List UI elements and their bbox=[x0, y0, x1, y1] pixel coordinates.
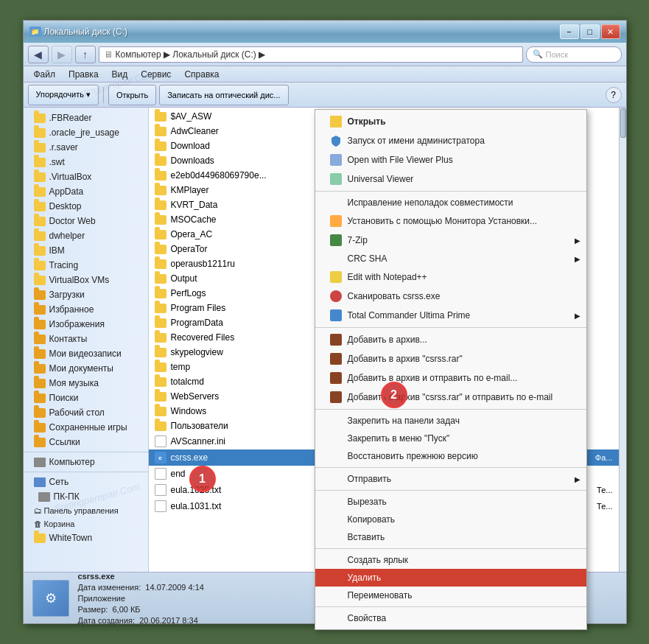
sidebar-item-computer[interactable]: Компьютер bbox=[24, 455, 148, 469]
sidebar-item[interactable]: Desktop bbox=[24, 199, 148, 214]
folder-icon bbox=[155, 215, 166, 225]
ctx-notepad[interactable]: Edit with Notepad++ bbox=[315, 267, 586, 287]
back-button[interactable]: ◀ bbox=[28, 46, 49, 63]
sidebar-item[interactable]: Загрузки bbox=[24, 287, 148, 302]
folder-icon bbox=[155, 171, 166, 181]
sidebar-label: Сохраненные игры bbox=[49, 422, 127, 433]
ctx-create-shortcut[interactable]: Создать ярлык bbox=[315, 551, 586, 569]
ctx-separator bbox=[315, 467, 586, 468]
sidebar-item[interactable]: .FBReader bbox=[24, 111, 148, 125]
ctx-label: Edit with Notepad++ bbox=[348, 272, 427, 282]
ctx-compat[interactable]: Исправление неполадок совместимости bbox=[315, 194, 586, 211]
ctx-pin-taskbar[interactable]: Закрепить на панели задач bbox=[315, 412, 586, 430]
folder-icon bbox=[34, 202, 46, 211]
date-modified-label: Дата изменения: bbox=[78, 583, 141, 592]
menu-tools[interactable]: Сервис bbox=[135, 68, 177, 81]
sidebar-item[interactable]: Моя музыка bbox=[24, 376, 148, 391]
ctx-add-rar[interactable]: Добавить в архив "csrss.rar" bbox=[315, 349, 586, 368]
sidebar-item[interactable]: Сохраненные игры bbox=[24, 420, 148, 435]
burn-button[interactable]: Записать на оптический дис... bbox=[159, 85, 288, 105]
exe-icon: e bbox=[155, 452, 166, 463]
ctx-universal-viewer[interactable]: Universal Viewer bbox=[315, 169, 586, 189]
sidebar-item[interactable]: Избранное bbox=[24, 302, 148, 317]
ctx-separator bbox=[315, 606, 586, 607]
ctx-add-rar-email[interactable]: Добавить в архив "csrss.rar" и отправить… bbox=[315, 388, 586, 407]
ctx-send-to[interactable]: Отправить ▶ bbox=[315, 470, 586, 488]
ctx-properties[interactable]: Свойства bbox=[315, 609, 586, 627]
sidebar-item[interactable]: Поиски bbox=[24, 391, 148, 405]
maximize-button[interactable]: □ bbox=[580, 24, 600, 39]
sidebar-item[interactable]: .swt bbox=[24, 155, 148, 169]
title-bar-left: 📁 Локальный диск (C:) bbox=[29, 27, 128, 37]
folder-icon bbox=[34, 217, 46, 226]
sidebar-item-doctor-web[interactable]: Doctor Web bbox=[24, 214, 148, 228]
organize-button[interactable]: Упорядочить ▾ bbox=[28, 85, 99, 105]
menu-help[interactable]: Справка bbox=[178, 68, 225, 81]
ctx-restore-version[interactable]: Восстановить прежнюю версию bbox=[315, 447, 586, 465]
sidebar-item[interactable]: VirtualBox VMs bbox=[24, 273, 148, 287]
ctx-open[interactable]: Открыть bbox=[315, 112, 586, 131]
ctx-copy[interactable]: Копировать bbox=[315, 511, 586, 528]
menu-edit[interactable]: Правка bbox=[63, 68, 105, 81]
sidebar-label: dwhelper bbox=[49, 231, 85, 241]
menu-file[interactable]: Файл bbox=[28, 68, 62, 81]
scrollbar-thumb[interactable] bbox=[620, 108, 626, 138]
ctx-add-email[interactable]: Добавить в архив и отправить по e-mail..… bbox=[315, 368, 586, 388]
ctx-file-viewer[interactable]: Open with File Viewer Plus bbox=[315, 150, 586, 169]
sidebar-item[interactable]: 🗑 Корзина bbox=[24, 517, 148, 531]
ctx-paste[interactable]: Вставить bbox=[315, 528, 586, 546]
sidebar-item[interactable]: Ссылки bbox=[24, 435, 148, 449]
sidebar-item[interactable]: Изображения bbox=[24, 317, 148, 332]
zip2-icon bbox=[330, 353, 342, 365]
ctx-add-archive[interactable]: Добавить в архив... bbox=[315, 330, 586, 349]
sidebar-item[interactable]: .VirtualBox bbox=[24, 169, 148, 184]
forward-button[interactable]: ▶ bbox=[52, 46, 72, 63]
ctx-7zip[interactable]: 7-Zip ▶ bbox=[315, 231, 586, 250]
minimize-button[interactable]: − bbox=[560, 24, 579, 39]
folder-icon bbox=[34, 379, 46, 388]
folder-icon bbox=[34, 276, 46, 285]
folder-icon bbox=[34, 320, 46, 329]
sidebar-item[interactable]: Рабочий стол bbox=[24, 405, 148, 420]
sidebar-label: Моя музыка bbox=[49, 378, 99, 388]
status-filename: csrss.exe bbox=[78, 572, 204, 581]
open-button[interactable]: Открыть bbox=[108, 85, 156, 105]
vertical-scrollbar[interactable] bbox=[619, 108, 626, 572]
sidebar-label: .VirtualBox bbox=[49, 172, 92, 182]
app-icon bbox=[330, 173, 342, 185]
sidebar-label: Мои документы bbox=[49, 363, 113, 374]
menu-view[interactable]: Вид bbox=[106, 68, 134, 81]
ctx-run-as-admin[interactable]: Запуск от имени администратора bbox=[315, 131, 586, 150]
ctx-crcsha[interactable]: CRC SHA ▶ bbox=[315, 250, 586, 267]
ctx-rename[interactable]: Переименовать bbox=[315, 587, 586, 604]
address-path[interactable]: 🖥 Компьютер ▶ Локальный диск (C:) ▶ bbox=[99, 46, 523, 63]
sidebar-item[interactable]: Контакты bbox=[24, 332, 148, 346]
sidebar-item-tracing[interactable]: Tracing bbox=[24, 258, 148, 273]
sidebar-item[interactable]: Мои документы bbox=[24, 361, 148, 376]
sidebar-item[interactable]: AppData bbox=[24, 184, 148, 199]
sidebar-item[interactable]: WhiteTown bbox=[24, 531, 148, 545]
folder-icon bbox=[34, 364, 46, 374]
search-box[interactable]: 🔍 Поиск bbox=[526, 46, 622, 63]
ctx-install[interactable]: Установить с помощью Монитора Установки.… bbox=[315, 211, 586, 231]
size-label: Размер: bbox=[78, 605, 108, 614]
folder-icon bbox=[34, 408, 46, 418]
ctx-delete[interactable]: Удалить bbox=[315, 569, 586, 587]
help-button[interactable]: ? bbox=[606, 87, 622, 103]
ctx-pin-start[interactable]: Закрепить в меню "Пуск" bbox=[315, 430, 586, 447]
sidebar-item[interactable]: .r.saver bbox=[24, 140, 148, 155]
up-button[interactable]: ↑ bbox=[75, 46, 96, 63]
close-button[interactable]: ✕ bbox=[601, 24, 620, 39]
sidebar-item[interactable]: .oracle_jre_usage bbox=[24, 125, 148, 140]
sidebar-item[interactable]: dwhelper bbox=[24, 228, 148, 243]
sidebar-item-network[interactable]: Сеть bbox=[24, 475, 148, 489]
sidebar-item[interactable]: IBM bbox=[24, 243, 148, 258]
status-type: Приложение bbox=[78, 594, 204, 603]
ctx-cut[interactable]: Вырезать bbox=[315, 493, 586, 511]
sidebar-item[interactable]: ПК-ПК bbox=[24, 489, 148, 504]
ctx-total-commander[interactable]: Total Commander Ultima Prime ▶ bbox=[315, 306, 586, 325]
sidebar-item[interactable]: Мои видеозаписи bbox=[24, 346, 148, 361]
sidebar-item[interactable]: 🗂 Панель управления bbox=[24, 504, 148, 517]
file-icon bbox=[155, 484, 166, 496]
ctx-scan[interactable]: Сканировать csrss.exe bbox=[315, 287, 586, 306]
